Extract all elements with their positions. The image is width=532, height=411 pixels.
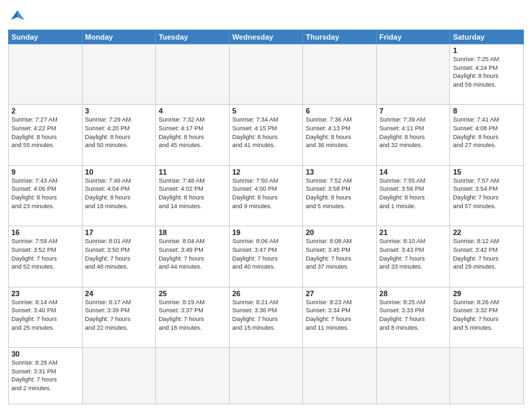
calendar-day-cell: 3Sunrise: 7:29 AM Sunset: 4:20 PM Daylig… <box>82 105 156 165</box>
day-info: Sunrise: 7:43 AM Sunset: 4:06 PM Dayligh… <box>11 177 79 210</box>
day-number: 11 <box>159 168 226 176</box>
day-number: 27 <box>306 289 373 298</box>
calendar-day-cell <box>156 44 230 105</box>
day-number: 6 <box>306 107 373 115</box>
calendar-day-cell <box>450 348 524 404</box>
calendar-day-cell: 23Sunrise: 8:14 AM Sunset: 3:40 PM Dayli… <box>9 287 83 347</box>
day-info: Sunrise: 7:52 AM Sunset: 3:58 PM Dayligh… <box>306 177 373 210</box>
calendar-day-cell: 18Sunrise: 8:04 AM Sunset: 3:49 PM Dayli… <box>156 226 230 287</box>
calendar-header-sunday: Sunday <box>9 30 83 44</box>
day-info: Sunrise: 8:26 AM Sunset: 3:32 PM Dayligh… <box>453 298 521 332</box>
day-info: Sunrise: 7:57 AM Sunset: 3:54 PM Dayligh… <box>453 177 521 210</box>
calendar-day-cell <box>376 348 450 404</box>
day-number: 1 <box>453 46 521 54</box>
day-number: 13 <box>306 168 373 176</box>
calendar-week-row: 2Sunrise: 7:27 AM Sunset: 4:22 PM Daylig… <box>9 105 524 165</box>
day-info: Sunrise: 8:01 AM Sunset: 3:50 PM Dayligh… <box>85 237 153 271</box>
day-number: 5 <box>232 107 300 115</box>
day-info: Sunrise: 8:28 AM Sunset: 3:31 PM Dayligh… <box>11 359 79 392</box>
calendar-table: SundayMondayTuesdayWednesdayThursdayFrid… <box>8 30 524 404</box>
day-info: Sunrise: 8:12 AM Sunset: 3:42 PM Dayligh… <box>453 237 521 271</box>
calendar-week-row: 1Sunrise: 7:25 AM Sunset: 4:24 PM Daylig… <box>9 44 524 105</box>
day-info: Sunrise: 7:32 AM Sunset: 4:17 PM Dayligh… <box>159 116 226 149</box>
day-number: 23 <box>11 289 79 298</box>
day-info: Sunrise: 7:48 AM Sunset: 4:02 PM Dayligh… <box>159 177 226 210</box>
calendar-day-cell: 21Sunrise: 8:10 AM Sunset: 3:43 PM Dayli… <box>376 226 450 287</box>
calendar-header-tuesday: Tuesday <box>156 30 230 44</box>
day-number: 7 <box>380 107 447 115</box>
calendar-day-cell <box>82 44 156 105</box>
calendar-header-monday: Monday <box>82 30 156 44</box>
day-number: 25 <box>159 289 226 298</box>
calendar-day-cell <box>156 348 230 404</box>
calendar-day-cell <box>229 348 303 404</box>
calendar-day-cell: 1Sunrise: 7:25 AM Sunset: 4:24 PM Daylig… <box>450 44 524 105</box>
calendar-day-cell: 14Sunrise: 7:55 AM Sunset: 3:56 PM Dayli… <box>376 165 450 226</box>
logo-icon <box>8 7 27 26</box>
day-number: 29 <box>453 289 521 298</box>
day-number: 28 <box>380 289 447 298</box>
calendar-day-cell: 11Sunrise: 7:48 AM Sunset: 4:02 PM Dayli… <box>156 165 230 226</box>
calendar-day-cell: 27Sunrise: 8:23 AM Sunset: 3:34 PM Dayli… <box>303 287 377 347</box>
day-number: 20 <box>306 228 373 236</box>
calendar-day-cell <box>303 44 377 105</box>
calendar-day-cell: 12Sunrise: 7:50 AM Sunset: 4:00 PM Dayli… <box>229 165 303 226</box>
day-number: 9 <box>11 168 79 176</box>
day-number: 19 <box>232 228 300 236</box>
calendar-day-cell: 5Sunrise: 7:34 AM Sunset: 4:15 PM Daylig… <box>229 105 303 165</box>
calendar-day-cell: 4Sunrise: 7:32 AM Sunset: 4:17 PM Daylig… <box>156 105 230 165</box>
header <box>8 7 524 26</box>
day-number: 17 <box>85 228 153 236</box>
day-number: 15 <box>453 168 521 176</box>
day-number: 24 <box>85 289 153 298</box>
day-info: Sunrise: 8:10 AM Sunset: 3:43 PM Dayligh… <box>380 237 447 271</box>
day-info: Sunrise: 7:46 AM Sunset: 4:04 PM Dayligh… <box>85 177 153 210</box>
day-info: Sunrise: 7:27 AM Sunset: 4:22 PM Dayligh… <box>11 116 79 149</box>
day-info: Sunrise: 8:25 AM Sunset: 3:33 PM Dayligh… <box>380 298 447 332</box>
calendar-week-row: 16Sunrise: 7:59 AM Sunset: 3:52 PM Dayli… <box>9 226 524 287</box>
calendar-day-cell: 16Sunrise: 7:59 AM Sunset: 3:52 PM Dayli… <box>9 226 83 287</box>
calendar-day-cell <box>229 44 303 105</box>
day-number: 14 <box>380 168 447 176</box>
calendar-day-cell: 20Sunrise: 8:08 AM Sunset: 3:45 PM Dayli… <box>303 226 377 287</box>
day-number: 4 <box>159 107 226 115</box>
day-number: 2 <box>11 107 79 115</box>
calendar-day-cell: 29Sunrise: 8:26 AM Sunset: 3:32 PM Dayli… <box>450 287 524 347</box>
svg-marker-1 <box>17 11 24 20</box>
page: SundayMondayTuesdayWednesdayThursdayFrid… <box>0 0 532 411</box>
day-number: 18 <box>159 228 226 236</box>
day-number: 21 <box>380 228 447 236</box>
day-number: 10 <box>85 168 153 176</box>
day-info: Sunrise: 7:41 AM Sunset: 4:08 PM Dayligh… <box>453 116 521 149</box>
day-number: 30 <box>11 350 79 358</box>
calendar-day-cell: 10Sunrise: 7:46 AM Sunset: 4:04 PM Dayli… <box>82 165 156 226</box>
calendar-week-row: 23Sunrise: 8:14 AM Sunset: 3:40 PM Dayli… <box>9 287 524 347</box>
calendar-day-cell: 30Sunrise: 8:28 AM Sunset: 3:31 PM Dayli… <box>9 348 83 404</box>
calendar-day-cell: 9Sunrise: 7:43 AM Sunset: 4:06 PM Daylig… <box>9 165 83 226</box>
day-info: Sunrise: 7:29 AM Sunset: 4:20 PM Dayligh… <box>85 116 153 149</box>
day-number: 22 <box>453 228 521 236</box>
day-info: Sunrise: 8:14 AM Sunset: 3:40 PM Dayligh… <box>11 298 79 332</box>
calendar-day-cell <box>303 348 377 404</box>
calendar-day-cell: 26Sunrise: 8:21 AM Sunset: 3:36 PM Dayli… <box>229 287 303 347</box>
calendar-day-cell: 19Sunrise: 8:06 AM Sunset: 3:47 PM Dayli… <box>229 226 303 287</box>
calendar-day-cell: 2Sunrise: 7:27 AM Sunset: 4:22 PM Daylig… <box>9 105 83 165</box>
day-info: Sunrise: 8:19 AM Sunset: 3:37 PM Dayligh… <box>159 298 226 332</box>
calendar-day-cell: 24Sunrise: 8:17 AM Sunset: 3:39 PM Dayli… <box>82 287 156 347</box>
calendar-day-cell: 15Sunrise: 7:57 AM Sunset: 3:54 PM Dayli… <box>450 165 524 226</box>
day-number: 12 <box>232 168 300 176</box>
calendar-day-cell <box>9 44 83 105</box>
calendar-week-row: 30Sunrise: 8:28 AM Sunset: 3:31 PM Dayli… <box>9 348 524 404</box>
day-info: Sunrise: 7:25 AM Sunset: 4:24 PM Dayligh… <box>453 55 521 89</box>
day-info: Sunrise: 8:21 AM Sunset: 3:36 PM Dayligh… <box>232 298 300 332</box>
calendar-week-row: 9Sunrise: 7:43 AM Sunset: 4:06 PM Daylig… <box>9 165 524 226</box>
calendar-day-cell: 6Sunrise: 7:36 AM Sunset: 4:13 PM Daylig… <box>303 105 377 165</box>
day-number: 26 <box>232 289 300 298</box>
day-info: Sunrise: 7:59 AM Sunset: 3:52 PM Dayligh… <box>11 237 79 271</box>
day-info: Sunrise: 7:39 AM Sunset: 4:11 PM Dayligh… <box>380 116 447 149</box>
calendar-day-cell: 25Sunrise: 8:19 AM Sunset: 3:37 PM Dayli… <box>156 287 230 347</box>
calendar-day-cell: 17Sunrise: 8:01 AM Sunset: 3:50 PM Dayli… <box>82 226 156 287</box>
day-number: 3 <box>85 107 153 115</box>
day-info: Sunrise: 8:23 AM Sunset: 3:34 PM Dayligh… <box>306 298 373 332</box>
day-info: Sunrise: 7:34 AM Sunset: 4:15 PM Dayligh… <box>232 116 300 149</box>
